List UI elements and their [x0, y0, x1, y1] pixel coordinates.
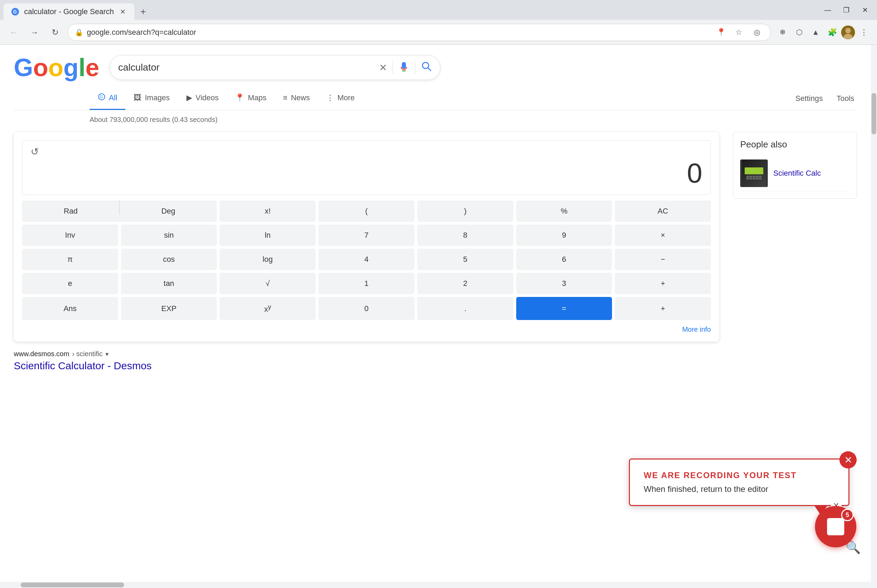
address-input[interactable]: 🔒 google.com/search?q=calculator 📍 ☆ ◎ — [68, 24, 771, 41]
screen-share-icon[interactable]: ⬡ — [791, 25, 807, 40]
nav-maps[interactable]: 📍 Maps — [227, 87, 275, 110]
eight-button[interactable]: 8 — [417, 225, 514, 246]
star-icon[interactable]: ☆ — [732, 26, 746, 39]
close-paren-button[interactable]: ) — [417, 201, 514, 222]
new-tab-button[interactable]: + — [134, 3, 152, 20]
e-button[interactable]: e — [22, 273, 118, 294]
sci-btn-6 — [746, 178, 749, 180]
all-icon: G — [98, 93, 105, 103]
nav-more[interactable]: ⋮ More — [318, 87, 363, 110]
lock-icon: 🔒 — [75, 28, 83, 36]
nav-videos-label: Videos — [196, 93, 219, 102]
refresh-button[interactable]: ↻ — [47, 24, 63, 40]
exp-button[interactable]: EXP — [121, 297, 217, 320]
plus-button[interactable]: + — [615, 297, 711, 320]
logo-l: l — [78, 54, 86, 81]
power-button[interactable]: xy — [219, 297, 315, 320]
log-button[interactable]: log — [219, 249, 315, 270]
one-button[interactable]: 1 — [318, 273, 414, 294]
snowflake-icon[interactable]: ❄ — [775, 25, 790, 40]
main-content: ↺ 0 Rad Deg x! ( ) — [14, 132, 857, 372]
active-tab[interactable]: G calculator - Google Search ✕ — [3, 3, 134, 20]
address-bar: ← → ↻ 🔒 google.com/search?q=calculator 📍… — [0, 20, 877, 45]
search-clear-button[interactable]: ✕ — [379, 62, 387, 74]
maximize-button[interactable]: ❐ — [838, 4, 855, 16]
sci-btn-9 — [756, 178, 758, 180]
location-icon[interactable]: 📍 — [714, 26, 728, 39]
calc-history-icon[interactable]: ↺ — [31, 146, 702, 158]
nav-images[interactable]: 🖼 Images — [125, 87, 178, 110]
extensions-icon[interactable]: 🧩 — [824, 25, 840, 40]
scrollbar-thumb[interactable] — [871, 93, 876, 134]
sync-icon[interactable]: ◎ — [750, 26, 764, 39]
ans-button[interactable]: Ans — [22, 297, 118, 320]
more-info-link[interactable]: More info — [682, 326, 711, 333]
news-icon: ≡ — [283, 93, 287, 102]
subtract-button[interactable]: − — [615, 249, 711, 270]
rad-button[interactable]: Rad — [22, 201, 119, 222]
nav-settings: Settings Tools — [793, 88, 857, 109]
nav-all-label: All — [109, 93, 117, 102]
back-button[interactable]: ← — [6, 24, 22, 40]
cast-icon[interactable]: ▲ — [808, 25, 823, 40]
calc-display: ↺ 0 — [22, 140, 711, 195]
equals-button[interactable]: = — [516, 297, 612, 320]
four-button[interactable]: 4 — [318, 249, 414, 270]
vertical-scrollbar[interactable] — [871, 45, 877, 582]
recording-fab[interactable]: 5 — [815, 506, 856, 548]
percent-button[interactable]: % — [516, 201, 612, 222]
deg-button[interactable]: Deg — [120, 201, 217, 222]
search-mic-button[interactable] — [398, 61, 409, 74]
minimize-button[interactable]: — — [819, 4, 836, 16]
two-button[interactable]: 2 — [417, 273, 514, 294]
google-logo: Google — [14, 55, 99, 80]
search-box[interactable]: calculator ✕ — [110, 55, 440, 80]
open-paren-button[interactable]: ( — [318, 201, 414, 222]
search-divider — [392, 62, 393, 74]
calc-mode-selector: Rad Deg — [22, 201, 217, 222]
decimal-button[interactable]: . — [417, 297, 514, 320]
add-button[interactable]: + — [615, 273, 711, 294]
zero-button[interactable]: 0 — [318, 297, 414, 320]
sqrt-button[interactable]: √ — [219, 273, 315, 294]
three-button[interactable]: 3 — [516, 273, 612, 294]
recording-close-button[interactable]: ✕ — [839, 451, 857, 468]
close-button[interactable]: ✕ — [856, 4, 874, 16]
recording-popup: ✕ WE ARE RECORDING YOUR TEST When finish… — [629, 459, 850, 506]
nine-button[interactable]: 9 — [516, 225, 612, 246]
tab-title: calculator - Google Search — [24, 7, 114, 16]
horizontal-scrollbar[interactable] — [0, 582, 877, 588]
result-title[interactable]: Scientific Calculator - Desmos — [14, 360, 719, 372]
tools-link[interactable]: Tools — [834, 88, 857, 109]
people-also-item[interactable]: Scientific Calc — [740, 155, 850, 192]
nav-news[interactable]: ≡ News — [275, 87, 318, 110]
horizontal-scrollbar-thumb[interactable] — [21, 582, 124, 587]
seven-button[interactable]: 7 — [318, 225, 414, 246]
result-dropdown-button[interactable]: ▾ — [105, 350, 108, 358]
people-also-title: People also — [740, 139, 850, 150]
factorial-button[interactable]: x! — [219, 201, 315, 222]
cos-button[interactable]: cos — [121, 249, 217, 270]
inv-button[interactable]: Inv — [22, 225, 118, 246]
sci-calc-image — [742, 159, 766, 187]
multiply-button[interactable]: × — [615, 225, 711, 246]
nav-videos[interactable]: ▶ Videos — [178, 87, 227, 110]
tab-close-button[interactable]: ✕ — [118, 7, 128, 16]
svg-text:G: G — [100, 95, 103, 99]
tan-button[interactable]: tan — [121, 273, 217, 294]
nav-all[interactable]: G All — [90, 87, 125, 110]
pi-button[interactable]: π — [22, 249, 118, 270]
forward-button[interactable]: → — [26, 24, 43, 40]
recording-title: WE ARE RECORDING YOUR TEST — [644, 471, 835, 480]
avatar[interactable] — [841, 26, 855, 39]
sci-btn-4 — [756, 176, 758, 177]
five-button[interactable]: 5 — [417, 249, 514, 270]
sci-btn-10 — [759, 178, 761, 180]
chrome-menu-icon[interactable]: ⋮ — [856, 25, 871, 40]
ln-button[interactable]: ln — [219, 225, 315, 246]
sin-button[interactable]: sin — [121, 225, 217, 246]
six-button[interactable]: 6 — [516, 249, 612, 270]
search-submit-button[interactable] — [415, 61, 432, 74]
settings-link[interactable]: Settings — [793, 88, 826, 109]
ac-button[interactable]: AC — [615, 201, 711, 222]
